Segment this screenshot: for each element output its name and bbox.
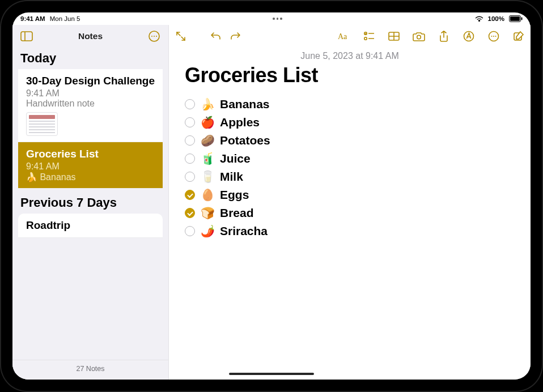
notes-list: Today 30-Day Design Challenge 9:41 AM Ha… (12, 48, 168, 360)
item-emoji: 🥔 (201, 134, 214, 147)
checklist-item[interactable]: 🍞Bread (185, 206, 515, 220)
item-emoji: 🌶️ (201, 224, 214, 238)
item-emoji: 🥚 (201, 188, 214, 202)
item-text: Bananas (220, 97, 270, 111)
note-item-roadtrip[interactable]: Roadtrip (18, 214, 163, 238)
note-item-time: 9:41 AM (26, 88, 60, 99)
checkbox[interactable] (185, 135, 195, 146)
svg-point-6 (151, 36, 152, 37)
editor-more-button[interactable] (485, 28, 502, 45)
checklist-item[interactable]: 🌶️Sriracha (185, 224, 515, 238)
battery-percent: 100% (488, 15, 504, 22)
sidebar-footer-count: 27 Notes (12, 360, 168, 380)
note-timestamp: June 5, 2023 at 9:41 AM (185, 51, 515, 61)
item-text: Juice (220, 152, 251, 165)
note-body[interactable]: June 5, 2023 at 9:41 AM Groceries List 🍌… (169, 48, 531, 380)
checklist-item[interactable]: 🥔Potatoes (185, 134, 515, 147)
note-title: Groceries List (185, 63, 515, 87)
redo-button[interactable] (227, 28, 244, 45)
svg-point-7 (154, 36, 155, 37)
text-format-button[interactable]: Aa (336, 28, 353, 45)
item-emoji: 🧃 (201, 152, 214, 165)
section-header-prev7: Previous 7 Days (12, 192, 168, 214)
svg-point-12 (364, 37, 367, 40)
note-item-title: Groceries List (26, 148, 156, 160)
note-thumbnail (26, 112, 58, 136)
checklist-item[interactable]: 🧃Juice (185, 152, 515, 165)
item-emoji: 🍌 (201, 97, 214, 111)
checkbox[interactable] (185, 154, 195, 164)
checkbox[interactable] (185, 99, 195, 109)
note-item-preview: Handwritten note (26, 99, 156, 109)
checklist-item[interactable]: 🥛Milk (185, 170, 515, 184)
markup-button[interactable] (460, 28, 477, 45)
item-text: Bread (220, 206, 254, 220)
note-item-time: 9:41 AM (26, 161, 60, 172)
status-time: 9:41 AM (20, 15, 45, 22)
checklist-item[interactable]: 🥚Eggs (185, 188, 515, 202)
note-editor: Aa (169, 25, 531, 380)
item-emoji: 🍞 (201, 206, 214, 220)
checkbox[interactable] (185, 172, 195, 182)
sidebar-more-button[interactable] (145, 28, 164, 45)
camera-button[interactable] (410, 28, 427, 45)
checkbox[interactable] (185, 226, 195, 236)
note-item-preview: 🍌 Bananas (26, 172, 156, 182)
note-item-design[interactable]: 30-Day Design Challenge 9:41 AM Handwrit… (18, 69, 163, 142)
checklist-item[interactable]: 🍎Apples (185, 116, 515, 129)
status-bar: 9:41 AM Mon Jun 5 100% (12, 12, 531, 25)
battery-icon (509, 15, 523, 22)
note-item-title: Roadtrip (26, 219, 156, 232)
home-indicator[interactable] (229, 373, 314, 375)
compose-button[interactable] (510, 28, 527, 45)
item-text: Apples (220, 116, 260, 129)
svg-point-22 (495, 36, 497, 37)
notes-sidebar: Notes Today 30-Day Design Challenge 9:41… (12, 25, 169, 380)
item-text: Milk (220, 170, 243, 184)
share-button[interactable] (435, 28, 452, 45)
section-header-today: Today (12, 48, 168, 69)
svg-point-17 (417, 35, 421, 39)
svg-text:Aa: Aa (338, 32, 347, 41)
status-date: Mon Jun 5 (50, 15, 80, 22)
item-emoji: 🍎 (201, 116, 214, 129)
checklist-item[interactable]: 🍌Bananas (185, 97, 515, 111)
checklist-button[interactable] (360, 28, 377, 45)
checkbox[interactable] (185, 190, 195, 200)
svg-rect-2 (521, 18, 522, 20)
checklist: 🍌Bananas🍎Apples🥔Potatoes🧃Juice🥛Milk🥚Eggs… (185, 97, 515, 238)
note-item-title: 30-Day Design Challenge (26, 75, 156, 87)
undo-button[interactable] (207, 28, 224, 45)
svg-point-21 (493, 36, 494, 37)
table-button[interactable] (385, 28, 402, 45)
expand-button[interactable] (172, 28, 189, 45)
wifi-icon (475, 16, 483, 22)
note-item-groceries[interactable]: Groceries List 9:41 AM 🍌 Bananas (18, 142, 163, 189)
item-text: Eggs (220, 188, 249, 202)
editor-toolbar: Aa (169, 25, 531, 48)
multitask-dots[interactable] (273, 18, 282, 20)
svg-rect-1 (510, 16, 520, 21)
item-emoji: 🥛 (201, 170, 214, 184)
svg-point-8 (156, 36, 157, 37)
item-text: Sriracha (220, 224, 268, 238)
svg-point-20 (491, 36, 493, 37)
svg-rect-3 (21, 32, 32, 41)
checkbox[interactable] (185, 208, 195, 218)
item-text: Potatoes (220, 134, 270, 147)
toggle-sidebar-button[interactable] (17, 28, 36, 45)
checkbox[interactable] (185, 117, 195, 127)
